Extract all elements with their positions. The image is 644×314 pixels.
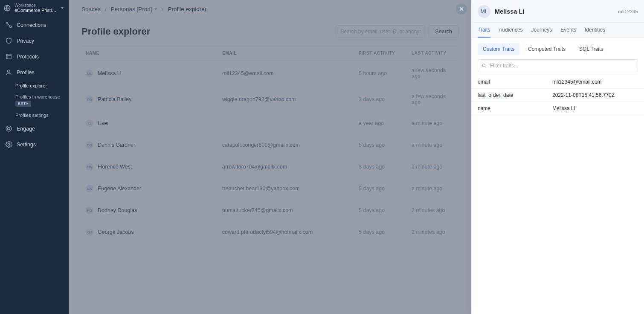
breadcrumb-spaces[interactable]: Spaces <box>81 6 101 12</box>
search-button[interactable]: Search <box>429 25 458 38</box>
table-row[interactable]: GJGeorge Jacobscoward.pterodactyl594@hot… <box>81 221 458 243</box>
row-last-activity: a few seconds ago <box>412 67 454 79</box>
row-name: Eugene Alexander <box>98 186 141 192</box>
sidebar-subitem-label: Profile explorer <box>15 83 47 88</box>
column-header-last[interactable]: LAST ACTIVITY <box>412 51 454 55</box>
row-avatar: EA <box>86 185 93 192</box>
sidebar-item-connections[interactable]: Connections <box>0 17 69 33</box>
svg-point-6 <box>6 126 12 131</box>
breadcrumb-current: Profile explorer <box>168 6 206 12</box>
sidebar-subitem-profiles-settings[interactable]: Profiles settings <box>0 110 69 121</box>
breadcrumb-space-picker[interactable]: Personas [Prod] <box>111 6 158 12</box>
row-email: trebuchet.bear130@yahoox.com <box>222 186 359 192</box>
column-header-email[interactable]: EMAIL <box>222 51 359 55</box>
row-first-activity: 5 days ago <box>359 229 412 235</box>
sidebar-subitem-profiles-in-warehouse[interactable]: Profiles in warehouse BETA <box>0 91 69 110</box>
sidebar-item-privacy[interactable]: Privacy <box>0 33 69 49</box>
close-panel-button[interactable] <box>456 3 467 15</box>
subtab-sql-traits[interactable]: SQL Traits <box>574 43 608 55</box>
tab-traits[interactable]: Traits <box>478 23 490 38</box>
workspace-switcher[interactable]: Workspace eCommerce Pristi… <box>0 2 69 17</box>
tab-identities[interactable]: Identities <box>585 23 605 38</box>
search-icon <box>482 63 487 69</box>
filter-traits-input[interactable] <box>478 59 638 72</box>
row-email: puma.tucker745@gmailx.com <box>222 207 359 213</box>
sidebar-item-profiles[interactable]: Profiles <box>0 64 69 80</box>
trait-key: last_order_date <box>478 92 552 98</box>
tab-journeys[interactable]: Journeys <box>531 23 552 38</box>
profile-name: Melissa Li <box>495 8 614 15</box>
row-last-activity: 2 minutes ago <box>412 207 454 213</box>
row-avatar: GJ <box>86 228 93 236</box>
row-avatar: PB <box>86 96 93 103</box>
beta-badge: BETA <box>15 101 31 107</box>
sidebar-item-label: Profiles <box>17 70 35 76</box>
table-row[interactable]: RDRodney Douglaspuma.tucker745@gmailx.co… <box>81 200 458 221</box>
sidebar-item-engage[interactable]: Engage <box>0 121 69 137</box>
svg-point-7 <box>8 143 9 145</box>
sidebar-item-protocols[interactable]: Protocols <box>0 49 69 64</box>
sidebar: Workspace eCommerce Pristi… Connections … <box>0 0 69 314</box>
column-header-name[interactable]: NAME <box>86 51 222 55</box>
profiles-table: NAME EMAIL FIRST ACTIVITY LAST ACTIVITY … <box>81 46 458 243</box>
row-first-activity: 5 hours ago <box>359 70 412 76</box>
table-row[interactable]: MLMelissa Limli12345@email.com5 hours ag… <box>81 61 458 87</box>
protocols-icon <box>5 53 12 60</box>
row-last-activity: 2 minutes ago <box>412 229 454 235</box>
sidebar-item-settings[interactable]: Settings <box>0 137 69 152</box>
connections-icon <box>5 21 12 29</box>
row-name: Florence West <box>98 164 132 170</box>
page-header: Profile explorer Search <box>69 16 471 46</box>
svg-point-4 <box>8 70 10 73</box>
sidebar-subitem-label: Profiles settings <box>15 113 49 118</box>
profile-detail-panel: ML Melissa Li mli12345 Traits Audiences … <box>471 0 644 314</box>
tab-audiences[interactable]: Audiences <box>499 23 523 38</box>
table-header-row: NAME EMAIL FIRST ACTIVITY LAST ACTIVITY <box>81 46 458 61</box>
row-first-activity: 5 days ago <box>359 207 412 213</box>
profile-id: mli12345 <box>618 9 638 14</box>
workspace-name: eCommerce Pristi… <box>15 8 60 13</box>
profiles-icon <box>5 69 12 76</box>
row-avatar: U <box>86 119 93 127</box>
workspace-label: Workspace <box>15 3 60 8</box>
chevron-down-icon <box>154 7 158 11</box>
svg-point-1 <box>6 22 8 24</box>
table-body: MLMelissa Limli12345@email.com5 hours ag… <box>81 61 458 243</box>
search-input[interactable] <box>336 25 425 38</box>
table-row[interactable]: FWFlorence Westarrow.toro704@gmailx.com3… <box>81 156 458 178</box>
subtab-custom-traits[interactable]: Custom Traits <box>478 43 519 55</box>
row-name: Patricia Bailey <box>98 96 131 102</box>
close-icon <box>458 6 464 12</box>
trait-subtabs: Custom Traits Computed Traits SQL Traits <box>472 38 644 59</box>
sidebar-subitem-profile-explorer[interactable]: Profile explorer <box>0 80 69 91</box>
row-first-activity: a year ago <box>359 120 412 126</box>
subtab-computed-traits[interactable]: Computed Traits <box>523 43 571 55</box>
sidebar-item-label: Privacy <box>17 38 34 44</box>
svg-point-5 <box>8 128 10 130</box>
svg-point-8 <box>482 64 485 67</box>
trait-key: email <box>478 79 552 85</box>
sidebar-item-label: Engage <box>17 126 35 132</box>
trait-value: Melissa Li <box>552 105 638 111</box>
row-email: catapult.conger500@gmailx.com <box>222 142 359 148</box>
tab-events[interactable]: Events <box>560 23 576 38</box>
row-email: mli12345@email.com <box>222 70 359 76</box>
trait-row[interactable]: nameMelissa Li <box>472 102 644 115</box>
column-header-first[interactable]: FIRST ACTIVITY <box>359 51 412 55</box>
row-first-activity: 5 days ago <box>359 186 412 192</box>
row-email: arrow.toro704@gmailx.com <box>222 164 359 170</box>
row-name: George Jacobs <box>98 229 134 235</box>
trait-value: mli12345@email.com <box>552 79 638 85</box>
trait-row[interactable]: emailmli12345@email.com <box>472 76 644 89</box>
row-avatar: FW <box>86 163 93 171</box>
engage-icon <box>5 125 12 132</box>
sidebar-item-label: Protocols <box>17 54 39 60</box>
sidebar-item-label: Settings <box>17 142 36 148</box>
table-row[interactable]: EAEugene Alexandertrebuchet.bear130@yaho… <box>81 178 458 200</box>
table-row[interactable]: DGDennis Gardnercatapult.conger500@gmail… <box>81 134 458 156</box>
table-row[interactable]: UUsera year agoa minute ago <box>81 113 458 134</box>
trait-row[interactable]: last_order_date2022-11-08T15:41:56.770Z <box>472 89 644 102</box>
filter-row <box>478 59 638 72</box>
panel-tabs: Traits Audiences Journeys Events Identit… <box>472 23 644 38</box>
table-row[interactable]: PBPatricia Baileywiggle.dragon792@yahoo.… <box>81 87 458 113</box>
